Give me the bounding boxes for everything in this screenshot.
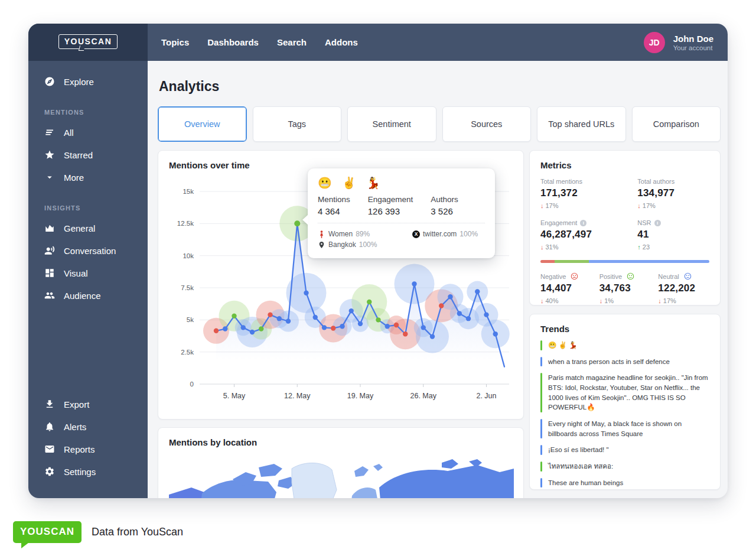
- data-point-red[interactable]: [268, 312, 272, 317]
- map-region-russia[interactable]: [379, 465, 514, 498]
- data-point-blue[interactable]: [412, 281, 416, 286]
- nav-link-addons[interactable]: Addons: [325, 37, 358, 47]
- sidebar-item-label: Conversation: [64, 246, 116, 256]
- data-point-red[interactable]: [394, 323, 399, 327]
- trend-item[interactable]: These are human beings: [540, 478, 712, 488]
- x-axis-label: 12. May: [284, 392, 311, 400]
- data-point-blue[interactable]: [322, 325, 327, 330]
- data-point-red[interactable]: [439, 303, 444, 308]
- user-name: John Doe: [673, 34, 713, 44]
- grid-icon: [44, 268, 55, 278]
- tooltip-authors: Authors 3 526: [431, 195, 458, 216]
- data-point-blue[interactable]: [385, 324, 390, 329]
- trend-item[interactable]: ¡Eso sí es libertad! ": [540, 445, 712, 455]
- content-grid: Mentions over time 02.5k5k7.5k10k12.5k15…: [158, 150, 721, 498]
- avatar[interactable]: JD: [644, 32, 665, 53]
- info-icon[interactable]: i: [580, 220, 586, 226]
- envelope-icon: [44, 444, 55, 454]
- person-speaking-icon: [44, 245, 55, 256]
- trend-item[interactable]: Paris match magazine headline for seokji…: [540, 373, 712, 412]
- left-column: Mentions over time 02.5k5k7.5k10k12.5k15…: [158, 150, 524, 498]
- data-point-blue[interactable]: [484, 312, 488, 317]
- data-point-blue[interactable]: [466, 316, 471, 321]
- data-point-blue[interactable]: [286, 318, 291, 323]
- info-icon[interactable]: i: [654, 220, 661, 226]
- sidebar-item-alerts[interactable]: Alerts: [28, 415, 148, 438]
- tab-sources[interactable]: Sources: [442, 106, 532, 142]
- sidebar-item-all[interactable]: All: [28, 121, 148, 144]
- sidebar-item-explore[interactable]: Explore: [28, 70, 148, 93]
- tab-tags[interactable]: Tags: [253, 106, 342, 142]
- trend-item[interactable]: 😬 ✌️ 💃: [540, 340, 712, 350]
- data-point-blue[interactable]: [448, 294, 452, 299]
- map-region-siberian-islands[interactable]: [442, 459, 482, 469]
- sidebar-item-settings[interactable]: Settings: [28, 460, 148, 483]
- data-point-blue[interactable]: [304, 290, 308, 295]
- data-point-blue[interactable]: [421, 325, 426, 330]
- sidebar-item-label: All: [64, 128, 74, 138]
- location-pin-icon: [318, 241, 325, 249]
- sidebar-item-label: Explore: [64, 77, 94, 87]
- data-point-green[interactable]: [232, 314, 236, 318]
- data-point-green[interactable]: [294, 220, 300, 226]
- tab-top-shared-urls[interactable]: Top shared URLs: [537, 106, 626, 142]
- metric-engagement: Engagementi 46,287,497↓31%: [540, 219, 637, 251]
- data-point-blue[interactable]: [250, 330, 255, 334]
- chart-tooltip: 😬 ✌️ 💃 Mentions 4 364 Engagement 126 393: [308, 168, 495, 258]
- tab-sentiment[interactable]: Sentiment: [347, 106, 436, 142]
- trend-sentiment-bar: [540, 478, 542, 488]
- page: YOUSCAN TopicsDashboardsSearchAddons JD …: [0, 0, 756, 559]
- data-point-blue[interactable]: [313, 315, 318, 320]
- youscan-logo[interactable]: YOUSCAN: [28, 24, 148, 61]
- footer: YOUSCAN Data from YouScan: [13, 521, 183, 543]
- sidebar-item-export[interactable]: Export: [28, 393, 148, 415]
- trend-item[interactable]: Every night of May, a black face is show…: [540, 419, 712, 438]
- data-point-green[interactable]: [259, 326, 263, 331]
- people-icon: [44, 290, 55, 301]
- sidebar-item-starred[interactable]: Starred: [28, 144, 148, 166]
- user-account[interactable]: JD John Doe Your account: [644, 24, 728, 61]
- data-point-red[interactable]: [403, 332, 408, 336]
- sidebar-section-mentions: MENTIONS: [44, 109, 148, 116]
- map-region-greenland[interactable]: [292, 463, 337, 498]
- tooltip-divider: [318, 223, 485, 223]
- data-point-blue[interactable]: [223, 326, 227, 331]
- sidebar-item-reports[interactable]: Reports: [28, 438, 148, 460]
- data-point-blue[interactable]: [277, 316, 282, 321]
- tooltip-tag-bangkok: Bangkok 100%: [318, 240, 377, 249]
- sidebar-item-conversation[interactable]: Conversation: [28, 239, 148, 262]
- data-point-blue[interactable]: [358, 321, 363, 326]
- map-region-scandinavia[interactable]: [350, 488, 379, 498]
- data-point-blue[interactable]: [493, 332, 498, 336]
- x-axis-label: 2. Jun: [476, 392, 496, 400]
- tab-overview[interactable]: Overview: [158, 106, 247, 142]
- data-point-red[interactable]: [214, 329, 219, 333]
- map-region-alaska[interactable]: [169, 488, 204, 498]
- nav-link-search[interactable]: Search: [277, 37, 307, 47]
- map-region-svalbard[interactable]: [354, 464, 383, 477]
- x-axis-label: 19. May: [347, 392, 374, 400]
- sidebar-item-more[interactable]: More: [28, 166, 148, 188]
- data-point-blue[interactable]: [475, 289, 480, 294]
- data-point-blue[interactable]: [349, 308, 354, 313]
- star-icon: [44, 150, 55, 160]
- data-point-blue[interactable]: [457, 311, 462, 316]
- nav-link-dashboards[interactable]: Dashboards: [207, 37, 259, 47]
- nav-link-topics[interactable]: Topics: [161, 37, 189, 47]
- data-point-blue[interactable]: [241, 325, 246, 330]
- sidebar-item-audience[interactable]: Audience: [28, 284, 148, 307]
- data-point-blue[interactable]: [430, 334, 435, 339]
- trend-item[interactable]: when a trans person acts in self defence: [540, 357, 712, 367]
- trend-item[interactable]: ไทลทนหองเอค ทสคอ:: [540, 462, 712, 472]
- x-twitter-icon: X: [412, 230, 420, 238]
- sidebar-item-visual[interactable]: Visual: [28, 262, 148, 284]
- sentiment-neutral: Neutral 122,202↓17%: [658, 272, 709, 304]
- data-point-red[interactable]: [331, 326, 335, 330]
- tab-comparison[interactable]: Comparison: [632, 106, 721, 142]
- data-point-green[interactable]: [367, 300, 372, 304]
- area-chart-icon: [44, 223, 55, 233]
- data-point-blue[interactable]: [340, 324, 344, 329]
- trend-text: These are human beings: [548, 478, 623, 488]
- sidebar-item-general[interactable]: General: [28, 217, 148, 239]
- data-point-green[interactable]: [376, 317, 380, 322]
